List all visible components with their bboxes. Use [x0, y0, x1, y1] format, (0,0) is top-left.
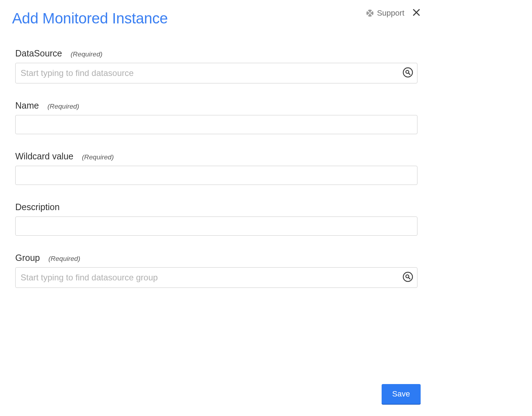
datasource-search-button[interactable]: [403, 68, 413, 78]
group-search-button[interactable]: [403, 272, 413, 283]
name-input[interactable]: [15, 115, 417, 134]
input-wrap: [15, 115, 417, 134]
field-datasource: DataSource (Required): [15, 48, 417, 83]
form-body: DataSource (Required): [12, 48, 421, 288]
header-actions: Support: [366, 9, 421, 18]
wildcard-label: Wildcard value: [15, 151, 73, 162]
field-name: Name (Required): [15, 100, 417, 134]
svg-point-12: [403, 272, 412, 281]
dialog-footer: Save: [382, 384, 421, 404]
field-label-row: Wildcard value (Required): [15, 151, 417, 162]
field-group: Group (Required): [15, 253, 417, 288]
svg-line-14: [409, 278, 410, 279]
svg-line-11: [409, 73, 410, 75]
input-wrap: [15, 166, 417, 185]
search-icon: [403, 67, 413, 79]
support-label: Support: [377, 9, 404, 18]
input-wrap: [15, 63, 417, 83]
field-label-row: DataSource (Required): [15, 48, 417, 59]
field-wildcard: Wildcard value (Required): [15, 151, 417, 185]
input-wrap: [15, 267, 417, 288]
group-input[interactable]: [15, 267, 417, 288]
description-input[interactable]: [15, 217, 417, 236]
dialog-title: Add Monitored Instance: [12, 10, 168, 27]
dialog-header: Add Monitored Instance Support: [12, 10, 421, 27]
required-hint: (Required): [82, 153, 114, 161]
required-hint: (Required): [48, 255, 80, 263]
field-label-row: Name (Required): [15, 100, 417, 111]
name-label: Name: [15, 100, 39, 111]
description-label: Description: [15, 202, 60, 212]
search-icon: [403, 272, 413, 284]
svg-point-6: [369, 12, 371, 14]
datasource-input[interactable]: [15, 63, 417, 83]
close-icon: [412, 8, 421, 18]
svg-point-9: [403, 68, 412, 77]
save-button[interactable]: Save: [382, 384, 421, 404]
required-hint: (Required): [71, 50, 102, 58]
support-link[interactable]: Support: [366, 9, 404, 18]
required-hint: (Required): [48, 103, 79, 110]
lifebuoy-icon: [366, 9, 374, 17]
field-label-row: Group (Required): [15, 253, 417, 263]
field-label-row: Description: [15, 202, 417, 212]
dialog-container: Add Monitored Instance Support: [0, 0, 433, 416]
close-button[interactable]: [412, 9, 421, 17]
input-wrap: [15, 217, 417, 236]
field-description: Description: [15, 202, 417, 236]
wildcard-input[interactable]: [15, 166, 417, 185]
group-label: Group: [15, 253, 40, 263]
datasource-label: DataSource: [15, 48, 62, 59]
